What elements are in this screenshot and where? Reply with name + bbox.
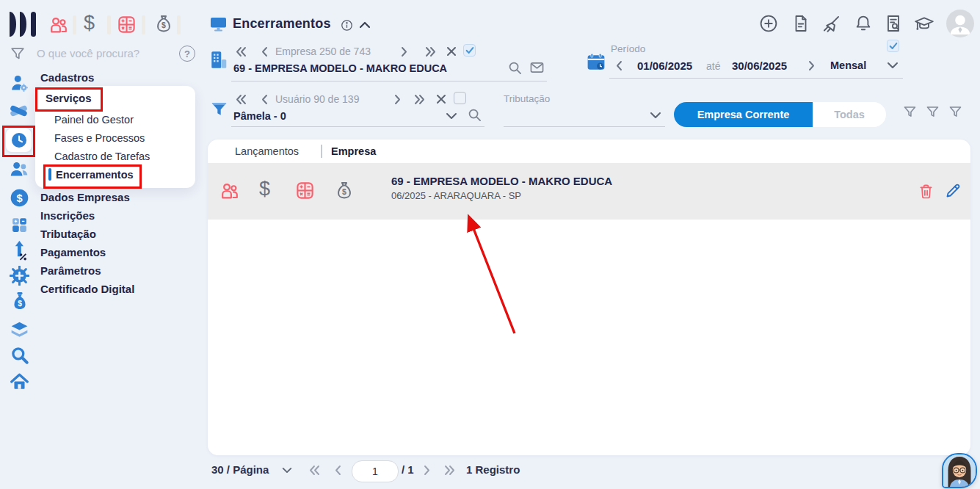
pagination-last-icon[interactable] [443, 465, 456, 476]
empresa-last-icon[interactable] [424, 46, 437, 57]
dollar-icon[interactable]: $ [259, 178, 270, 200]
sidebar-item-dados-empresas[interactable]: Dados Empresas [40, 191, 130, 203]
users-icon[interactable] [9, 159, 29, 179]
sidebar-item-tributacao[interactable]: Tributação [40, 228, 96, 240]
clock-sidebar-icon[interactable] [5, 128, 32, 153]
periodo-date-to[interactable]: 30/06/2025 [732, 59, 787, 72]
usuario-clear-icon[interactable] [436, 94, 446, 104]
periodo-mode-chevron-icon[interactable] [886, 61, 899, 70]
filter-3-icon[interactable] [948, 104, 963, 120]
tab-lancamentos[interactable]: Lançamentos [235, 145, 299, 157]
topbar-divider [177, 15, 181, 35]
assistant-chat-avatar[interactable] [942, 453, 977, 488]
collapse-chevron-up-icon[interactable] [358, 20, 371, 30]
people-icon[interactable] [48, 15, 69, 35]
usuario-prev-icon[interactable] [261, 94, 269, 105]
page-title: Encerramentos [233, 16, 331, 32]
periodo-until-label: até [706, 60, 720, 72]
moneybag-blue-icon[interactable]: $ [10, 291, 29, 312]
record-title: 69 - EMPRESA MODELO - MAKRO EDUCA [391, 175, 612, 187]
sidebar-item-cadastros[interactable]: Cadastros [40, 71, 94, 84]
calendar-icon [587, 53, 606, 71]
calculator-blue-icon[interactable] [10, 216, 29, 234]
pagination-prev-icon[interactable] [334, 465, 342, 476]
empresa-corrente-button[interactable]: Empresa Corrente [674, 102, 813, 127]
usuario-search-icon[interactable] [468, 108, 482, 122]
user-avatar[interactable] [946, 10, 974, 37]
email-icon[interactable] [530, 62, 544, 73]
usuario-checkbox[interactable] [454, 92, 466, 104]
sidebar-item-pagamentos[interactable]: Pagamentos [40, 246, 106, 258]
edit-pencil-icon[interactable] [945, 183, 961, 199]
filter-funnel-icon[interactable] [10, 46, 26, 62]
active-item-bar [48, 168, 51, 181]
home-icon[interactable] [10, 372, 29, 391]
periodo-date-from[interactable]: 01/06/2025 [637, 59, 692, 72]
record-text: 69 - EMPRESA MODELO - MAKRO EDUCA 06/202… [391, 175, 612, 201]
moneybag-icon[interactable]: $ [334, 180, 355, 200]
usuario-first-icon[interactable] [235, 94, 247, 105]
pagination-next-icon[interactable] [423, 465, 431, 476]
graduation-cap-icon[interactable] [914, 15, 934, 34]
tax-increase-icon[interactable] [11, 240, 29, 261]
empresa-search-icon[interactable] [508, 61, 522, 75]
sidebar-item-servicos[interactable]: Serviços [46, 92, 92, 104]
document-search-icon[interactable] [884, 14, 903, 33]
filter-2-icon[interactable] [925, 104, 940, 120]
layers-icon[interactable] [10, 320, 29, 339]
gear-icon[interactable] [10, 266, 29, 286]
todas-button[interactable]: Todas [813, 102, 886, 127]
people-icon[interactable] [219, 181, 240, 201]
usuario-last-icon[interactable] [413, 94, 426, 105]
app-logo[interactable] [7, 11, 38, 37]
moneybag-icon[interactable]: $ [153, 13, 174, 34]
record-subtitle: 06/2025 - ARARAQUARA - SP [391, 190, 612, 201]
search-input[interactable] [35, 46, 163, 60]
tributacao-label: Tributação [504, 93, 550, 104]
empresa-underline [231, 81, 547, 82]
empresa-prev-icon[interactable] [261, 46, 269, 57]
sidebar-item-inscricoes[interactable]: Inscrições [40, 209, 95, 222]
sidebar-item-fases-e-processos[interactable]: Fases e Processos [54, 132, 145, 144]
empresa-next-icon[interactable] [400, 46, 408, 57]
periodo-prev-icon[interactable] [615, 60, 623, 71]
sidebar-item-painel-do-gestor[interactable]: Painel do Gestor [54, 114, 134, 126]
calculator-icon[interactable] [295, 181, 315, 200]
sidebar-item-cadastro-de-tarefas[interactable]: Cadastro de Tarefas [54, 151, 150, 162]
help-icon[interactable]: ? [179, 46, 195, 62]
delete-icon[interactable] [918, 184, 934, 200]
pagination-first-icon[interactable] [308, 465, 321, 476]
periodo-checkbox[interactable] [887, 40, 899, 52]
svg-text:$: $ [18, 300, 22, 308]
info-icon[interactable] [341, 19, 353, 32]
svg-text:$: $ [161, 21, 166, 29]
search-blue-icon[interactable] [10, 346, 29, 365]
record-row[interactable]: $ $ 69 - EMPRESA MODELO - MAKRO EDUCA 06… [208, 163, 970, 220]
person-settings-icon[interactable] [10, 73, 29, 93]
calculator-icon[interactable] [117, 15, 137, 35]
empresa-checkbox[interactable] [463, 44, 476, 57]
periodo-mode-select[interactable]: Mensal [830, 59, 866, 71]
periodo-next-icon[interactable] [807, 60, 816, 71]
page-number-input[interactable] [352, 460, 399, 482]
tab-empresa[interactable]: Empresa [331, 145, 376, 157]
sidebar-item-encerramentos[interactable]: Encerramentos [56, 169, 134, 181]
dollar-icon[interactable]: $ [84, 12, 95, 35]
empresa-first-icon[interactable] [235, 46, 247, 57]
document-icon[interactable] [791, 14, 810, 33]
usuario-next-icon[interactable] [393, 94, 402, 105]
usuario-dropdown-chevron-icon[interactable] [445, 112, 458, 120]
user-filter-funnel-icon[interactable] [210, 100, 228, 118]
annotation-arrow [440, 206, 529, 341]
handshake-icon[interactable] [8, 101, 29, 120]
empresa-clear-icon[interactable] [446, 46, 457, 57]
page-size-chevron-icon[interactable] [281, 466, 293, 474]
broom-icon[interactable] [821, 14, 841, 34]
filter-1-icon[interactable] [902, 104, 918, 120]
tributacao-chevron-icon[interactable] [649, 111, 662, 120]
sidebar-item-certificado-digital[interactable]: Certificado Digital [40, 283, 134, 295]
dollar-circle-icon[interactable]: $ [10, 188, 29, 208]
plus-circle-icon[interactable] [759, 14, 778, 33]
sidebar-item-parametros[interactable]: Parâmetros [40, 264, 101, 277]
bell-icon[interactable] [854, 14, 873, 33]
